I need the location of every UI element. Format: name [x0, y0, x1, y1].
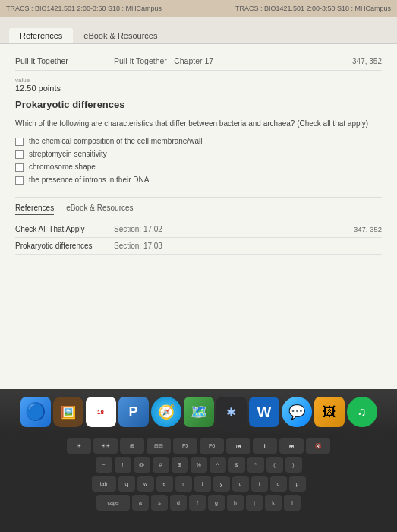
dock: 🔵 🖼️ 18 P 🧭 🗺️ ✱ W 💬 🖼 ♫ — [0, 389, 397, 435]
bottom-tabs-bar: References eBook & Resources — [15, 204, 382, 215]
key-3[interactable]: # — [153, 457, 169, 473]
top-bar-right-text: TRACS : BIO1421.501 2:00-3:50 S18 : MHCa… — [235, 5, 391, 12]
dock-preview[interactable]: 🖼 — [314, 397, 345, 427]
answer-item-3[interactable]: chromosome shape — [15, 163, 382, 172]
key-u[interactable]: u — [232, 476, 249, 492]
dock-keynote[interactable]: P — [118, 397, 149, 427]
key-j[interactable]: j — [246, 495, 263, 511]
tab-ebook-resources[interactable]: eBook & Resources — [73, 28, 168, 43]
dock-maps[interactable]: 🗺️ — [184, 397, 214, 427]
ref-row-2: Prokaryotic differences Section: 17.03 — [15, 238, 382, 255]
key-y[interactable]: y — [213, 476, 230, 492]
question-title: Prokaryotic differences — [15, 99, 382, 110]
dock-calendar[interactable]: 18 — [86, 397, 116, 427]
key-row-function: ☀ ☀☀ ⊞ ⊟⊟ F5 F6 ⏮ ⏸ ⏭ 🔇 — [5, 438, 392, 454]
key-8[interactable]: * — [247, 457, 264, 473]
key-f7[interactable]: ⏮ — [226, 438, 250, 454]
key-s[interactable]: s — [151, 495, 168, 511]
top-bar-left-text: TRACS : BIO1421.501 2:00-3:50 S18 : MHCa… — [6, 5, 162, 12]
key-f2[interactable]: ☀☀ — [93, 438, 118, 454]
key-q[interactable]: q — [118, 476, 135, 492]
answer-choices: the chemical composition of the cell mem… — [15, 137, 382, 185]
checkbox-3[interactable] — [15, 163, 24, 172]
key-row-home: caps a s d f g h j k l — [5, 495, 392, 511]
key-row-qwerty: tab q w e r t y u i o p — [5, 476, 392, 492]
key-5[interactable]: % — [191, 457, 207, 473]
browser-content: References eBook & Resources Pull It Tog… — [0, 17, 397, 389]
dock-word[interactable]: W — [249, 397, 279, 427]
section-col1: Pull It Together — [15, 56, 114, 65]
answer-text-3: chromosome shape — [29, 163, 96, 171]
browser-top-bar: TRACS : BIO1421.501 2:00-3:50 S18 : MHCa… — [0, 0, 397, 17]
ref-row-1-title: Check All That Apply — [15, 225, 114, 233]
answer-text-4: the presence of introns in their DNA — [29, 176, 149, 184]
points-section: value 12.50 points — [15, 77, 382, 93]
key-9[interactable]: ( — [266, 457, 283, 473]
key-k[interactable]: k — [265, 495, 282, 511]
checkbox-4[interactable] — [15, 176, 24, 185]
tabs-bar: References eBook & Resources — [0, 17, 397, 44]
dock-bluetooth[interactable]: ✱ — [216, 397, 247, 427]
key-f3[interactable]: ⊞ — [120, 438, 144, 454]
key-1[interactable]: ! — [115, 457, 131, 473]
checkbox-1[interactable] — [15, 138, 24, 146]
answer-text-1: the chemical composition of the cell mem… — [29, 137, 202, 145]
key-6[interactable]: ^ — [210, 457, 226, 473]
keyboard: ☀ ☀☀ ⊞ ⊟⊟ F5 F6 ⏮ ⏸ ⏭ 🔇 ~ ! @ # $ % ^ & … — [0, 435, 397, 532]
key-g[interactable]: g — [208, 495, 225, 511]
points-value: 12.50 points — [15, 84, 382, 93]
key-f9[interactable]: ⏭ — [279, 438, 304, 454]
checkbox-2[interactable] — [15, 150, 24, 159]
key-p[interactable]: p — [289, 476, 306, 492]
dock-messages[interactable]: 💬 — [282, 397, 312, 427]
tab-references[interactable]: References — [9, 28, 73, 43]
key-row-numbers: ~ ! @ # $ % ^ & * ( ) — [5, 457, 392, 473]
ref-row-2-title: Prokaryotic differences — [15, 242, 114, 250]
bottom-tab-ebook[interactable]: eBook & Resources — [66, 204, 133, 215]
points-label: value — [15, 77, 382, 84]
key-f[interactable]: f — [189, 495, 206, 511]
key-r[interactable]: r — [175, 476, 192, 492]
answer-item-2[interactable]: streptomycin sensitivity — [15, 150, 382, 159]
key-h[interactable]: h — [227, 495, 244, 511]
section-col2: Pull It Together - Chapter 17 — [114, 56, 352, 65]
key-f6[interactable]: F6 — [200, 438, 224, 454]
ref-row-1: Check All That Apply Section: 17.02 347,… — [15, 221, 382, 238]
section-col3: 347, 352 — [352, 57, 382, 65]
key-t[interactable]: t — [194, 476, 211, 492]
key-o[interactable]: o — [270, 476, 287, 492]
answer-item-1[interactable]: the chemical composition of the cell mem… — [15, 137, 382, 146]
key-f8[interactable]: ⏸ — [253, 438, 277, 454]
key-0[interactable]: ) — [285, 457, 302, 473]
bottom-tab-references[interactable]: References — [15, 204, 54, 215]
key-d[interactable]: d — [170, 495, 187, 511]
dock-photos[interactable]: 🖼️ — [53, 397, 83, 427]
key-f1[interactable]: ☀ — [67, 438, 91, 454]
key-a[interactable]: a — [132, 495, 149, 511]
ref-row-1-section: Section: 17.02 — [114, 225, 354, 233]
key-backtick[interactable]: ~ — [96, 457, 112, 473]
key-2[interactable]: @ — [134, 457, 150, 473]
question-text: Which of the following are characteristi… — [15, 118, 382, 129]
dock-spotify[interactable]: ♫ — [347, 397, 377, 427]
key-l[interactable]: l — [284, 495, 301, 511]
key-i[interactable]: i — [251, 476, 268, 492]
dock-safari[interactable]: 🧭 — [151, 397, 181, 427]
key-e[interactable]: e — [156, 476, 173, 492]
key-caps[interactable]: caps — [96, 495, 130, 511]
answer-item-4[interactable]: the presence of introns in their DNA — [15, 176, 382, 185]
dock-finder[interactable]: 🔵 — [20, 397, 51, 427]
key-4[interactable]: $ — [172, 457, 188, 473]
key-f5[interactable]: F5 — [173, 438, 197, 454]
answer-text-2: streptomycin sensitivity — [29, 150, 107, 158]
page-content: Pull It Together Pull It Together - Chap… — [0, 44, 397, 262]
key-f4[interactable]: ⊟⊟ — [147, 438, 171, 454]
section-header-row: Pull It Together Pull It Together - Chap… — [15, 52, 382, 71]
bottom-references-section: References eBook & Resources Check All T… — [15, 197, 382, 255]
key-tab[interactable]: tab — [92, 476, 116, 492]
key-f10[interactable]: 🔇 — [306, 438, 330, 454]
key-7[interactable]: & — [228, 457, 245, 473]
key-w[interactable]: w — [137, 476, 154, 492]
ref-row-2-section: Section: 17.03 — [114, 242, 382, 250]
ref-row-1-pages: 347, 352 — [354, 225, 382, 233]
